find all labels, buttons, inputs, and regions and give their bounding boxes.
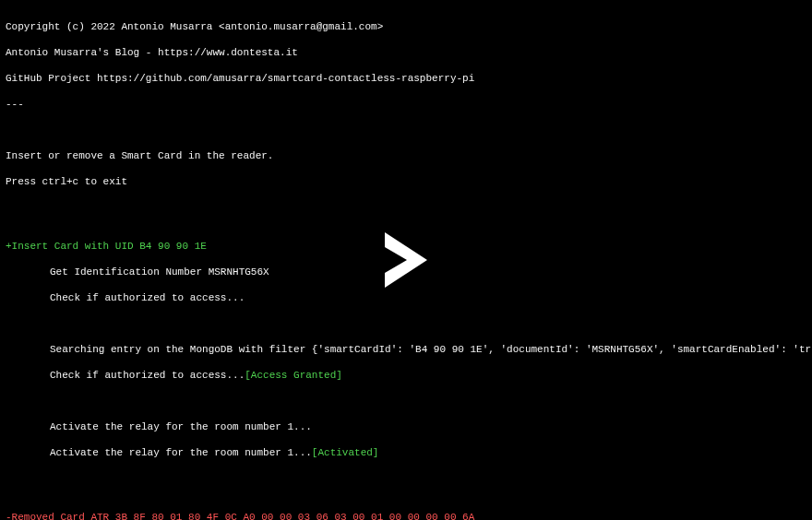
instruction-line: Press ctrl+c to exit <box>6 175 806 188</box>
copyright-line: Copyright (c) 2022 Antonio Musarra <anto… <box>6 20 806 33</box>
instruction-line: Insert or remove a Smart Card in the rea… <box>6 149 806 162</box>
removed-card-event: -Removed Card ATR 3B 8F 80 01 80 4F 0C A… <box>6 511 806 520</box>
log-line: Get Identification Number MSRNHTG56X <box>50 266 269 278</box>
access-granted-status: [Access Granted] <box>245 370 342 381</box>
play-button[interactable] <box>385 232 427 288</box>
log-line: Check if authorized to access... <box>50 370 245 381</box>
github-line: GitHub Project https://github.com/amusar… <box>6 72 806 85</box>
activated-status: [Activated] <box>312 447 379 458</box>
log-line: Activate the relay for the room number 1… <box>50 420 312 433</box>
log-line: Searching entry on the MongoDB with filt… <box>50 343 812 356</box>
blog-line: Antonio Musarra's Blog - https://www.don… <box>6 46 806 59</box>
log-line: Activate the relay for the room number 1… <box>50 447 312 458</box>
separator: --- <box>6 98 806 111</box>
log-line: Check if authorized to access... <box>50 291 245 304</box>
